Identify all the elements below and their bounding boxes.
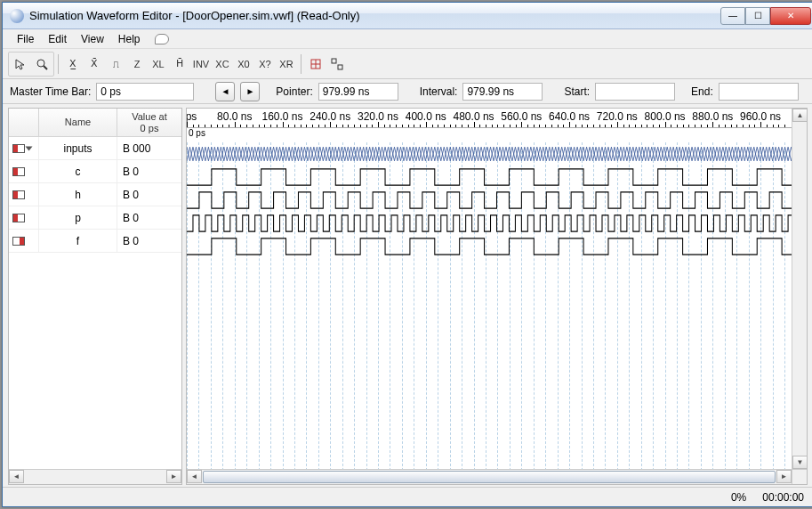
end-label: End: [691, 85, 713, 98]
scroll-down-icon[interactable]: ▼ [792, 456, 808, 469]
signal-row[interactable]: inputs B 000 [9, 137, 181, 160]
signal-row[interactable]: f B 0 [9, 230, 181, 253]
svg-point-0 [37, 60, 44, 67]
ruler-label: 960.0 ns [740, 110, 781, 123]
pointer-tool-icon[interactable] [10, 53, 31, 75]
titlebar[interactable]: Simulation Waveform Editor - [DoorOpener… [3, 3, 812, 29]
waveform-row[interactable] [187, 189, 807, 212]
signal-value: B 0 [117, 183, 181, 206]
force-weak-high-icon[interactable]: H̄ [169, 53, 190, 75]
close-button[interactable]: ✕ [770, 7, 811, 25]
signal-rows: inputs B 000 c B 0 h B 0 p B 0 f B 0 [9, 137, 181, 469]
signal-name: c [39, 160, 117, 182]
start-label: Start: [564, 85, 590, 98]
app-window: Simulation Waveform Editor - [DoorOpener… [2, 2, 812, 507]
force-z-icon[interactable]: Z [126, 53, 148, 75]
ruler-label: 480.0 ns [454, 110, 494, 123]
time-bar: Master Time Bar: 0 ps ◄ ► Pointer: 979.9… [3, 79, 812, 104]
scroll-up-icon[interactable]: ▲ [792, 109, 808, 122]
waveform-row-bus[interactable] [187, 142, 807, 166]
workarea: Name Value at 0 ps inputs B 000 c B 0 h … [3, 104, 812, 487]
snap-to-grid-icon[interactable] [326, 53, 348, 75]
menu-edit[interactable]: Edit [41, 31, 74, 47]
minimize-button[interactable]: — [720, 7, 745, 25]
signal-value: B 000 [117, 137, 181, 159]
zoom-tool-icon[interactable] [31, 53, 52, 75]
ruler-label: 720.0 ns [597, 110, 638, 123]
waveform-row[interactable] [187, 212, 807, 235]
scroll-right-icon[interactable]: ► [776, 470, 792, 483]
arbitrary-value-icon[interactable]: X? [254, 53, 276, 75]
signal-row[interactable]: c B 0 [9, 160, 181, 183]
menu-file[interactable]: File [10, 31, 41, 47]
force-weak-low-icon[interactable]: XL [148, 53, 169, 75]
maximize-button[interactable]: ☐ [745, 7, 770, 25]
toolbar: X̲ X̄ ⎍ Z XL H̄ INV XC X0 X? XR [3, 49, 812, 79]
progress-percent: 0% [731, 491, 746, 504]
ruler-label: 240.0 ns [310, 110, 350, 123]
force-high-icon[interactable]: ⎍ [105, 53, 126, 75]
menubar: File Edit View Help [3, 29, 812, 49]
scroll-track[interactable] [24, 470, 166, 484]
ruler-label: 880.0 ns [692, 110, 733, 123]
output-pin-icon [12, 237, 25, 246]
signal-list-panel: Name Value at 0 ps inputs B 000 c B 0 h … [8, 108, 182, 485]
master-time-field[interactable]: 0 ps [96, 83, 194, 101]
signal-value: B 0 [117, 206, 181, 229]
pointer-field: 979.99 ns [318, 83, 398, 101]
signal-value: B 0 [117, 160, 181, 182]
force-low-icon[interactable]: X̄ [84, 53, 105, 75]
help-balloon-icon[interactable] [155, 34, 169, 44]
ruler-label: 560.0 ns [501, 110, 542, 123]
scroll-thumb[interactable] [203, 471, 776, 483]
input-pin-icon [12, 144, 25, 153]
signal-name: inputs [39, 137, 117, 159]
invert-icon[interactable]: INV [190, 53, 212, 75]
waveform-row[interactable] [187, 235, 807, 258]
cursor-label: 0 ps [187, 128, 807, 142]
overlay-clock-icon[interactable]: X0 [233, 53, 254, 75]
scroll-right-icon[interactable]: ► [166, 470, 181, 483]
vertical-scrollbar[interactable]: ▲ ▼ [792, 109, 807, 469]
count-value-icon[interactable]: XC [212, 53, 233, 75]
toolbar-separator [58, 54, 59, 74]
random-value-icon[interactable]: XR [276, 53, 297, 75]
start-field[interactable] [595, 83, 675, 101]
header-value[interactable]: Value at 0 ps [117, 109, 181, 136]
signal-row[interactable]: p B 0 [9, 206, 181, 230]
svg-rect-5 [332, 59, 336, 63]
signal-row[interactable]: h B 0 [9, 183, 181, 206]
ruler-label: 160.0 ns [261, 110, 302, 123]
input-pin-icon [12, 214, 25, 222]
expand-icon[interactable] [26, 146, 33, 150]
signal-name: p [39, 206, 117, 229]
input-pin-icon [12, 167, 25, 176]
signal-name: h [39, 183, 117, 206]
toolbar-separator [301, 54, 301, 74]
waveform-area[interactable] [187, 142, 807, 484]
end-field[interactable] [719, 83, 799, 101]
step-forward-button[interactable]: ► [240, 82, 260, 101]
header-name[interactable]: Name [39, 109, 117, 136]
scroll-left-icon[interactable]: ◄ [9, 470, 24, 483]
grid-size-icon[interactable] [305, 53, 326, 75]
interval-field: 979.99 ns [462, 83, 543, 101]
left-hscroll[interactable]: ◄ ► [9, 469, 181, 484]
ruler-label: 640.0 ns [549, 110, 590, 123]
header-icon-col[interactable] [9, 109, 39, 136]
waveform-panel: 0 ps80.0 ns160.0 ns240.0 ns320.0 ns400.0… [186, 108, 808, 485]
app-icon [10, 9, 24, 23]
window-title: Simulation Waveform Editor - [DoorOpener… [29, 9, 720, 22]
signal-value: B 0 [117, 230, 181, 252]
ruler-label: 400.0 ns [406, 110, 446, 123]
horizontal-scrollbar[interactable]: ◄ ► [187, 469, 792, 484]
time-ruler[interactable]: 0 ps80.0 ns160.0 ns240.0 ns320.0 ns400.0… [187, 109, 807, 128]
interval-label: Interval: [420, 85, 458, 98]
menu-view[interactable]: View [74, 31, 111, 47]
step-back-button[interactable]: ◄ [215, 82, 235, 101]
force-unknown-icon[interactable]: X̲ [62, 53, 84, 75]
pointer-label: Pointer: [276, 85, 312, 98]
menu-help[interactable]: Help [111, 31, 148, 47]
scroll-left-icon[interactable]: ◄ [187, 470, 202, 483]
waveform-row[interactable] [187, 166, 807, 189]
